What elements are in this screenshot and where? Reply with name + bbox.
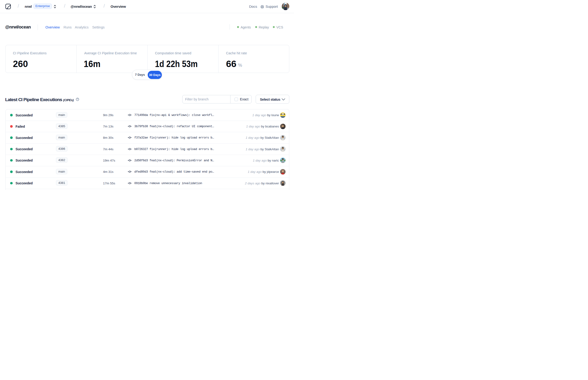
svg-text:?: ?: [77, 98, 78, 100]
